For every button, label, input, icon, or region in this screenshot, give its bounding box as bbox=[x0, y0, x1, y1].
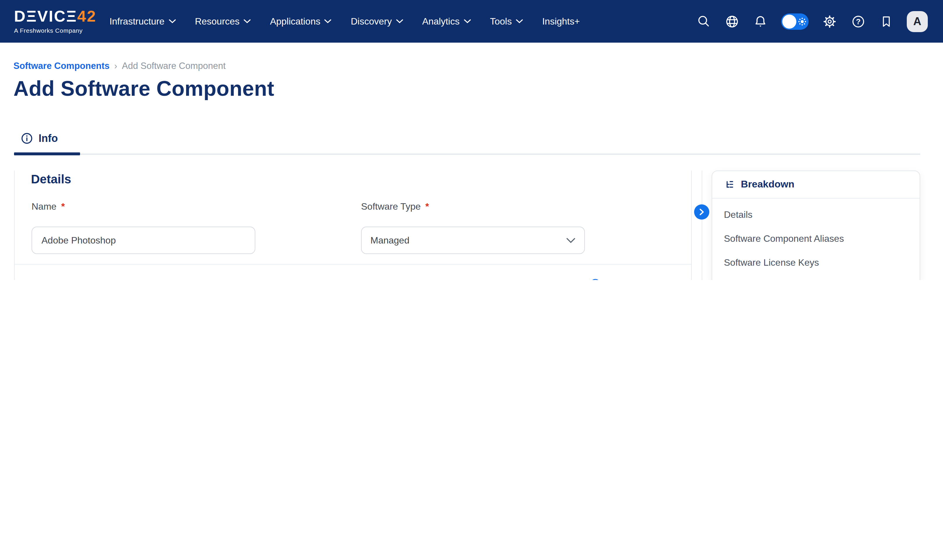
logo-tagline: A Freshworks Company bbox=[14, 27, 97, 34]
breakdown-title: Breakdown bbox=[741, 179, 794, 190]
breadcrumb: Software Components › Add Software Compo… bbox=[14, 61, 225, 71]
nav-item-insights[interactable]: Insights+ bbox=[542, 16, 580, 26]
breakdown-item-details[interactable]: Details bbox=[712, 203, 920, 226]
nav-item-discovery[interactable]: Discovery bbox=[351, 16, 403, 26]
breakdown-tree-icon bbox=[724, 179, 735, 190]
logo-accent: 42 bbox=[77, 8, 97, 25]
breakdown-item-aliases[interactable]: Software Component Aliases bbox=[712, 226, 920, 251]
license-count-info-icon[interactable] bbox=[590, 278, 601, 280]
chevron-down-icon bbox=[169, 19, 176, 23]
sun-icon bbox=[798, 17, 807, 26]
chevron-down-icon bbox=[516, 19, 523, 23]
row-divider bbox=[14, 264, 691, 265]
nav-item-tools[interactable]: Tools bbox=[490, 16, 523, 26]
page: DΞVICΞ42 A Freshworks Company Infrastruc… bbox=[0, 0, 943, 280]
notifications-bell-icon[interactable] bbox=[753, 14, 768, 29]
form-left-border bbox=[14, 171, 15, 280]
breadcrumb-link-software-components[interactable]: Software Components bbox=[14, 61, 109, 71]
panel-divider bbox=[702, 171, 702, 280]
nav-item-resources[interactable]: Resources bbox=[195, 16, 251, 26]
globe-icon[interactable] bbox=[724, 14, 740, 29]
theme-toggle-knob bbox=[782, 14, 797, 28]
page-title: Add Software Component bbox=[14, 77, 274, 101]
settings-gear-icon[interactable] bbox=[822, 14, 837, 29]
chevron-down-icon bbox=[464, 19, 471, 23]
breadcrumb-separator: › bbox=[114, 61, 117, 71]
license-model-label: License Model* bbox=[32, 278, 100, 280]
software-type-label: Software Type* bbox=[361, 202, 429, 212]
device42-logo[interactable]: DΞVICΞ42 A Freshworks Company bbox=[14, 9, 97, 34]
avatar-initial: A bbox=[913, 15, 921, 28]
chevron-right-icon bbox=[699, 208, 705, 215]
svg-text:?: ? bbox=[856, 17, 861, 26]
breakdown-list: Details Software Component Aliases Softw… bbox=[712, 198, 920, 280]
software-type-value: Managed bbox=[370, 235, 409, 246]
nav-menus: Infrastructure Resources Applications Di… bbox=[109, 16, 580, 26]
name-label: Name* bbox=[32, 202, 65, 212]
bookmark-icon[interactable] bbox=[879, 14, 893, 28]
license-count-label: License Count bbox=[527, 278, 601, 280]
required-asterisk: * bbox=[425, 202, 429, 212]
nav-item-applications[interactable]: Applications bbox=[270, 16, 331, 26]
required-asterisk: * bbox=[61, 202, 65, 212]
breakdown-panel: Breakdown Details Software Component Ali… bbox=[712, 171, 920, 280]
details-section-title: Details bbox=[31, 172, 71, 186]
breadcrumb-current: Add Software Component bbox=[122, 61, 225, 71]
theme-toggle[interactable] bbox=[781, 13, 809, 29]
nav-right-icons: ? A bbox=[696, 11, 928, 32]
chevron-down-icon bbox=[243, 19, 251, 23]
tab-info[interactable]: Info bbox=[21, 126, 58, 151]
search-icon[interactable] bbox=[696, 14, 711, 29]
info-circle-icon bbox=[21, 132, 33, 144]
required-asterisk: * bbox=[96, 278, 100, 280]
chevron-down-icon bbox=[325, 19, 331, 23]
panel-collapse-button[interactable] bbox=[694, 205, 709, 220]
help-icon[interactable]: ? bbox=[851, 14, 866, 29]
form-right-border bbox=[691, 171, 692, 280]
chevron-down-icon bbox=[566, 237, 575, 243]
category-label: Category bbox=[361, 278, 399, 280]
tab-active-underline bbox=[14, 152, 80, 155]
top-navbar: DΞVICΞ42 A Freshworks Company Infrastruc… bbox=[0, 0, 943, 43]
software-type-select[interactable]: Managed bbox=[361, 226, 585, 254]
chevron-down-icon bbox=[396, 19, 403, 23]
name-input[interactable] bbox=[32, 226, 255, 254]
nav-item-infrastructure[interactable]: Infrastructure bbox=[109, 16, 176, 26]
tabbar-baseline bbox=[14, 154, 920, 155]
tab-info-label: Info bbox=[39, 132, 58, 145]
vendor-label: Vendor bbox=[199, 278, 228, 280]
nav-item-analytics[interactable]: Analytics bbox=[422, 16, 471, 26]
logo-main: DΞVICΞ bbox=[14, 8, 77, 25]
logo-text: DΞVICΞ42 bbox=[14, 9, 97, 25]
breakdown-item-license-keys[interactable]: Software License Keys bbox=[712, 251, 920, 274]
breakdown-header: Breakdown bbox=[712, 171, 920, 198]
user-avatar[interactable]: A bbox=[907, 11, 928, 32]
breakdown-item-components-suite[interactable]: Software Components in this Suite bbox=[712, 274, 920, 280]
